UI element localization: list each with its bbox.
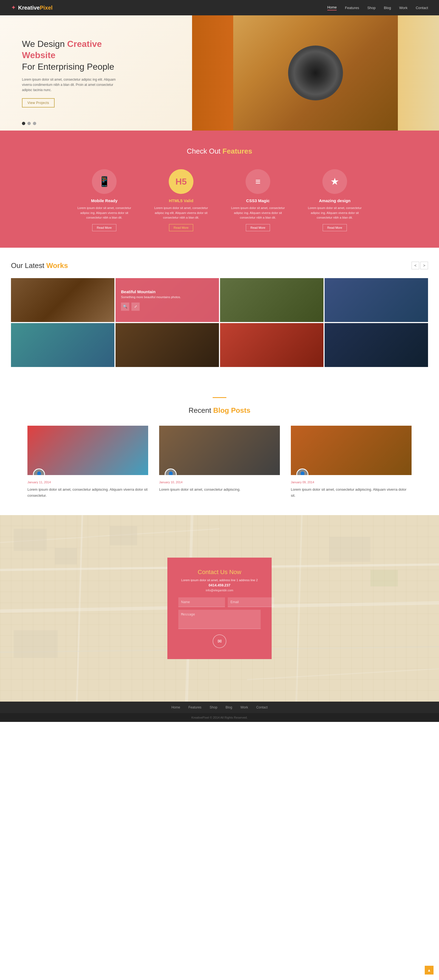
blog-section: Recent Blog Posts 👤 January 11, 2014 Lor… [0, 381, 439, 515]
contact-email-input[interactable] [228, 597, 274, 607]
footer-nav: Home Features Shop Blog Work Contact [0, 702, 439, 713]
nav-item-blog[interactable]: Blog [384, 6, 391, 10]
footer-link-contact[interactable]: Contact [256, 705, 267, 709]
work-item-dog[interactable] [11, 278, 115, 322]
feature-desc-design: Lorem ipsum dolor sit amet, consectetur … [305, 206, 365, 220]
contact-form: ✉ [178, 597, 261, 648]
contact-submit-button[interactable]: ✉ [213, 635, 226, 648]
contact-description: Lorem ipsum dolor sit amet, address line… [178, 579, 261, 582]
contact-phone: 0414.459.237 [178, 583, 261, 587]
hero-camera-image [233, 15, 398, 130]
blog-avatar-1: 👤 [33, 468, 45, 475]
blog-card-2: 👤 January 10, 2014 Lorem ipsum dolor sit… [159, 426, 280, 499]
work-item-lake[interactable] [11, 323, 115, 367]
blog-date-3: January 09, 2014 [291, 480, 412, 484]
features-section: Check Out Features 📱 Mobile Ready Lorem … [0, 130, 439, 248]
blog-image-1: 👤 [27, 426, 148, 475]
features-title-plain: Check Out [187, 147, 223, 155]
works-title: Our Latest Works [11, 261, 68, 270]
feature-read-more-html5[interactable]: Read More [169, 224, 193, 231]
blog-date-1: January 11, 2014 [27, 480, 148, 484]
works-title-plain: Our Latest [11, 261, 46, 270]
feature-icon-circle-design: ★ [322, 169, 347, 194]
feature-icon-circle-mobile: 📱 [92, 169, 117, 194]
nav-item-contact[interactable]: Contact [416, 6, 428, 10]
blog-text-3: Lorem ipsum dolor sit amet, consectetur … [291, 487, 412, 499]
work-overlay-desc: Something more beautiful mountains photo… [121, 295, 213, 299]
footer-link-features[interactable]: Features [188, 705, 201, 709]
svg-rect-9 [55, 548, 77, 565]
logo-pixel: Pixel [40, 5, 52, 11]
work-overlay-icons: 🔍 ⤢ [121, 302, 213, 311]
footer-link-blog[interactable]: Blog [226, 705, 232, 709]
hero-title: We Design Creative Website For Enterpris… [22, 38, 121, 73]
work-link-icon-btn[interactable]: ⤢ [131, 302, 140, 311]
svg-line-7 [247, 669, 439, 680]
star-icon: ★ [330, 176, 339, 187]
nav-item-home[interactable]: Home [327, 5, 337, 10]
works-grid: Beatiful Mountain Something more beautif… [11, 278, 428, 367]
feature-icon-circle-html5: H5 [169, 169, 193, 194]
hero-title-sub: For Enterprising People [22, 62, 114, 72]
svg-rect-11 [329, 537, 371, 562]
work-item-forest[interactable] [116, 323, 219, 367]
work-overlay: Beatiful Mountain Something more beautif… [116, 278, 219, 322]
works-next-button[interactable]: > [420, 262, 428, 269]
blog-divider [213, 397, 226, 398]
svg-rect-8 [14, 529, 47, 551]
work-item-owl[interactable] [220, 278, 323, 322]
contact-name-input[interactable] [178, 597, 225, 607]
html5-icon: H5 [176, 177, 187, 187]
blog-card-3: 👤 January 09, 2014 Lorem ipsum dolor sit… [291, 426, 412, 499]
nav-item-features[interactable]: Features [345, 6, 359, 10]
contact-message-input[interactable] [178, 610, 261, 629]
feature-read-more-design[interactable]: Read More [323, 224, 347, 231]
css3-icon: ≡ [255, 177, 261, 187]
work-item-cliff[interactable] [220, 323, 323, 367]
work-overlay-title: Beatiful Mountain [121, 290, 213, 294]
feature-css3: ≡ CSS3 Magic Lorem ipsum dolor sit amet,… [228, 169, 288, 231]
footer-link-work[interactable]: Work [240, 705, 248, 709]
work-item-mountain[interactable]: Beatiful Mountain Something more beautif… [116, 278, 219, 322]
submit-mail-icon: ✉ [218, 638, 222, 644]
feature-design: ★ Amazing design Lorem ipsum dolor sit a… [305, 169, 365, 231]
blog-card-1: 👤 January 11, 2014 Lorem ipsum dolor sit… [27, 426, 148, 499]
footer-copy-text: KreativePixel © 2014 All Rights Reserved… [191, 716, 248, 719]
works-nav: < > [412, 262, 428, 269]
feature-title-mobile: Mobile Ready [74, 198, 134, 203]
features-title-highlight: Features [223, 147, 252, 155]
contact-box: Contact Us Now Lorem ipsum dolor sit ame… [167, 558, 272, 659]
blog-section-title: Recent Blog Posts [27, 406, 412, 415]
work-search-icon-btn[interactable]: 🔍 [121, 302, 129, 311]
hero-view-projects-button[interactable]: View Projects [22, 98, 55, 108]
works-prev-button[interactable]: < [412, 262, 419, 269]
feature-read-more-css3[interactable]: Read More [246, 224, 270, 231]
works-title-highlight: Works [46, 261, 68, 270]
features-section-title: Check Out Features [11, 147, 428, 156]
nav-item-shop[interactable]: Shop [367, 6, 375, 10]
feature-icon-circle-css3: ≡ [246, 169, 270, 194]
blog-avatar-3: 👤 [296, 468, 309, 475]
footer-link-shop[interactable]: Shop [210, 705, 217, 709]
footer-link-home[interactable]: Home [172, 705, 180, 709]
logo-text: KreativePixel [18, 5, 52, 11]
map-contact-section: Contact Us Now Lorem ipsum dolor sit ame… [0, 515, 439, 702]
footer-copyright: KreativePixel © 2014 All Rights Reserved… [0, 713, 439, 722]
blog-text-1: Lorem ipsum dolor sit amet, consectetur … [27, 487, 148, 499]
logo: ✦ KreativePixel [11, 4, 52, 11]
works-section: Our Latest Works < > Beatiful Mountain S… [0, 248, 439, 381]
hero-description: Lorem ipsum dolor sit amet, consectetur … [22, 77, 121, 93]
svg-rect-10 [110, 526, 137, 545]
work-item-sea[interactable] [324, 323, 428, 367]
nav-item-work[interactable]: Work [399, 6, 407, 10]
work-item-city[interactable] [324, 278, 428, 322]
hero-content: We Design Creative Website For Enterpris… [0, 22, 143, 124]
nav-links: Home Features Shop Blog Work Contact [327, 5, 428, 10]
svg-rect-13 [14, 630, 57, 658]
mobile-icon: 📱 [98, 176, 111, 187]
blog-grid: 👤 January 11, 2014 Lorem ipsum dolor sit… [27, 426, 412, 499]
hero-title-plain: We Design [22, 39, 67, 49]
blog-date-2: January 10, 2014 [159, 480, 280, 484]
feature-read-more-mobile[interactable]: Read More [92, 224, 116, 231]
blog-image-2: 👤 [159, 426, 280, 475]
